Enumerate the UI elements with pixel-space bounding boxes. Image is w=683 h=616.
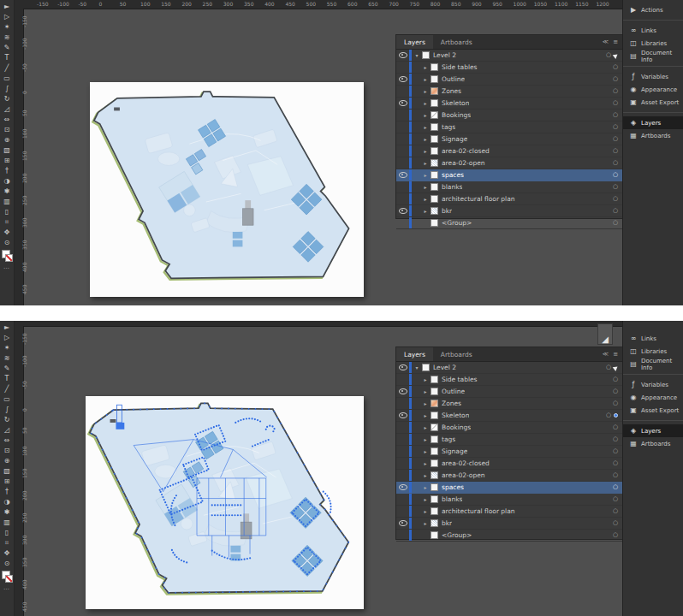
graph-tool-icon[interactable]: ▥ — [3, 197, 10, 207]
gradient-tool-icon[interactable]: ▧ — [3, 145, 10, 156]
symbol-sprayer-tool-icon[interactable]: ✱ — [3, 507, 10, 518]
tab-layers[interactable]: Layers — [396, 347, 433, 361]
target-circle-icon[interactable]: ○ — [606, 364, 611, 370]
rectangle-tool-icon[interactable]: ▭ — [3, 74, 10, 84]
expand-chevron-icon[interactable]: ▸ — [421, 460, 430, 466]
dock-item-variables[interactable]: ƒVariables — [623, 70, 683, 83]
rotate-tool-icon[interactable]: ↻ — [3, 94, 10, 104]
expand-chevron-icon[interactable]: ▸ — [421, 124, 430, 130]
dock-item-appearance[interactable]: ◉Appearance — [623, 83, 683, 96]
collapse-panel-icon[interactable]: ≪ — [603, 351, 609, 358]
visibility-cell[interactable] — [396, 52, 409, 58]
target-circle-icon[interactable]: ○ — [613, 436, 618, 442]
dock-item-links[interactable]: ∞Links — [623, 24, 683, 37]
visibility-eye-icon[interactable] — [399, 388, 407, 394]
type-tool-icon[interactable]: T — [3, 374, 10, 384]
target-circle-icon[interactable]: ○ — [613, 520, 618, 526]
magic-wand-tool-icon[interactable]: ✶ — [3, 343, 10, 353]
visibility-cell[interactable] — [396, 484, 409, 490]
dock-item-artboards[interactable]: ▦Artboards — [623, 437, 683, 450]
layer-row[interactable]: ▸Signage○ — [396, 133, 622, 145]
slice-tool-icon[interactable]: ⌗ — [3, 217, 10, 228]
target-circle-icon[interactable]: ○ — [613, 88, 618, 94]
pen-tool-icon[interactable]: ✎ — [3, 364, 10, 374]
visibility-eye-icon[interactable] — [399, 76, 407, 82]
layer-row[interactable]: ▸spaces○ — [396, 482, 622, 494]
visibility-cell[interactable] — [396, 388, 409, 394]
visibility-eye-icon[interactable] — [399, 484, 407, 490]
expand-chevron-icon[interactable]: ▸ — [421, 520, 430, 526]
expand-chevron-icon[interactable]: ▸ — [421, 64, 430, 70]
line-tool-icon[interactable]: ╱ — [3, 63, 10, 74]
dock-item-asset-export[interactable]: ▣Asset Export — [623, 96, 683, 109]
layer-row[interactable]: ▸bkr○ — [396, 205, 622, 217]
visibility-cell[interactable] — [396, 520, 409, 526]
target-circle-icon[interactable]: ○ — [613, 64, 618, 70]
symbol-sprayer-tool-icon[interactable]: ✱ — [3, 187, 10, 197]
panel-menu-icon[interactable]: ≡ — [613, 38, 618, 45]
target-circle-icon[interactable]: ○ — [613, 148, 618, 154]
direct-selection-tool-icon[interactable]: ▷ — [3, 12, 10, 22]
scale-tool-icon[interactable]: ◿ — [3, 425, 10, 435]
expand-chevron-icon[interactable]: ▾ — [413, 52, 421, 58]
layer-row[interactable]: ▸Skeleton○ — [396, 410, 622, 422]
target-circle-icon[interactable]: ○ — [613, 100, 618, 106]
lasso-tool-icon[interactable]: ≋ — [3, 353, 10, 364]
visibility-eye-icon[interactable] — [399, 100, 407, 106]
expand-chevron-icon[interactable]: ▸ — [421, 100, 430, 106]
fill-stroke-swatches[interactable] — [2, 250, 12, 261]
rotate-tool-icon[interactable]: ↻ — [3, 415, 10, 425]
expand-chevron-icon[interactable]: ▸ — [421, 172, 430, 178]
layer-row[interactable]: ▸architectural floor plan○ — [396, 506, 622, 518]
visibility-eye-icon[interactable] — [399, 520, 407, 526]
expand-chevron-icon[interactable]: ▸ — [421, 148, 430, 154]
expand-chevron-icon[interactable]: ▸ — [421, 412, 430, 418]
expand-chevron-icon[interactable]: ▸ — [421, 424, 430, 430]
layer-row[interactable]: ▸Bookings○ — [396, 110, 622, 121]
visibility-eye-icon[interactable] — [399, 52, 407, 58]
type-tool-icon[interactable]: T — [3, 53, 10, 63]
dock-item-document-info[interactable]: ▤Document Info — [623, 50, 683, 62]
layer-row[interactable]: ▸Zones○ — [396, 398, 622, 410]
expand-chevron-icon[interactable]: ▸ — [421, 508, 430, 514]
stroke-swatch[interactable] — [5, 254, 13, 262]
target-circle-icon[interactable]: ○ — [613, 76, 618, 82]
target-circle-icon[interactable]: ○ — [613, 508, 618, 514]
expand-chevron-icon[interactable]: ▸ — [421, 376, 430, 382]
expand-chevron-icon[interactable]: ▸ — [421, 160, 430, 166]
target-circle-icon[interactable]: ○ — [613, 196, 618, 202]
dock-item-layers[interactable]: ◈Layers — [623, 424, 683, 437]
mesh-tool-icon[interactable]: ⊞ — [3, 156, 10, 166]
layer-row[interactable]: ▸Side tables○ — [396, 62, 622, 74]
layer-row[interactable]: ▸Skeleton○ — [396, 98, 622, 110]
layer-row[interactable]: ▾Level 2○ — [396, 50, 622, 62]
target-circle-icon[interactable]: ○ — [613, 496, 618, 502]
paintbrush-tool-icon[interactable]: ∫ — [3, 84, 10, 94]
target-circle-icon[interactable]: ○ — [613, 484, 618, 490]
dock-item-document-info[interactable]: ▤Document Info — [623, 358, 683, 370]
layer-row[interactable]: ▸tags○ — [396, 121, 622, 133]
target-circle-icon[interactable]: ○ — [613, 184, 618, 190]
layer-row[interactable]: ▸Bookings○ — [396, 422, 622, 434]
layer-row[interactable]: <Group>○ — [396, 530, 622, 542]
expand-chevron-icon[interactable]: ▸ — [421, 184, 430, 190]
target-circle-icon[interactable]: ○ — [613, 208, 618, 214]
visibility-eye-icon[interactable] — [399, 412, 407, 418]
expand-chevron-icon[interactable]: ▸ — [421, 76, 430, 82]
expand-chevron-icon[interactable]: ▸ — [421, 472, 430, 478]
layer-row[interactable]: ▸Side tables○ — [396, 374, 622, 386]
width-tool-icon[interactable]: ⇔ — [3, 435, 10, 446]
stroke-swatch[interactable] — [5, 575, 13, 583]
tab-layers[interactable]: Layers — [396, 35, 433, 49]
media-thumbnail-icon[interactable]: ◢ — [597, 323, 613, 345]
visibility-cell[interactable] — [396, 412, 409, 418]
width-tool-icon[interactable]: ⇔ — [3, 115, 10, 125]
visibility-cell[interactable] — [396, 100, 409, 106]
dock-item-libraries[interactable]: ◫Libraries — [623, 37, 683, 50]
target-circle-icon[interactable]: ○ — [613, 124, 618, 130]
layer-row[interactable]: ▸area-02-closed○ — [396, 145, 622, 157]
zoom-tool-icon[interactable]: ⊙ — [3, 238, 10, 248]
expand-chevron-icon[interactable]: ▸ — [421, 400, 430, 406]
dock-item-actions[interactable]: ▶Actions — [623, 3, 683, 16]
expand-chevron-icon[interactable]: ▸ — [421, 388, 430, 394]
